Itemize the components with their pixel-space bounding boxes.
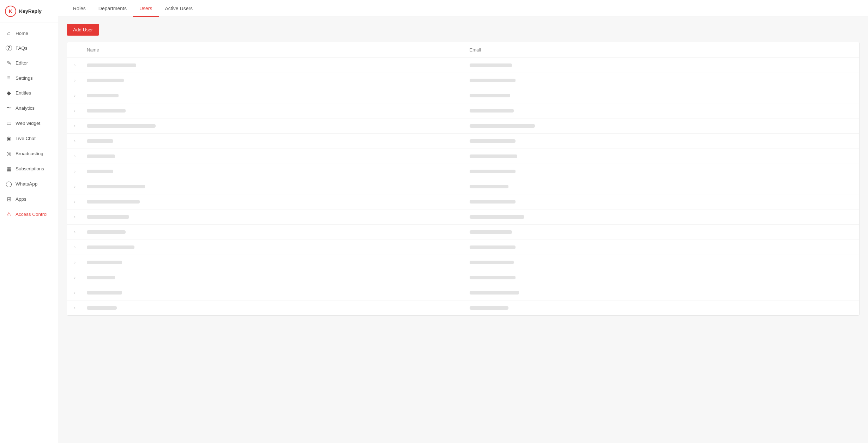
row-name [87, 229, 470, 235]
sidebar-item-home[interactable]: ⌂ Home [0, 26, 58, 41]
table-header: Name Email [67, 42, 859, 58]
table-row[interactable]: › [67, 164, 859, 179]
settings-icon: ≡ [6, 75, 12, 81]
row-name [87, 93, 470, 98]
table-row[interactable]: › [67, 270, 859, 285]
table-row[interactable]: › [67, 179, 859, 194]
sidebar-item-live-chat[interactable]: ◉ Live Chat [0, 131, 58, 146]
table-row[interactable]: › [67, 103, 859, 119]
row-email [470, 153, 852, 159]
row-name [87, 138, 470, 144]
tab-departments[interactable]: Departments [92, 0, 133, 17]
table-row[interactable]: › [67, 240, 859, 255]
row-name [87, 62, 470, 68]
row-email [470, 199, 852, 205]
users-table: Name Email › › › › [67, 42, 860, 316]
table-row[interactable]: › [67, 58, 859, 73]
table-row[interactable]: › [67, 255, 859, 270]
row-email [470, 260, 852, 265]
sidebar-label-subscriptions: Subscriptions [16, 166, 44, 171]
row-name [87, 275, 470, 280]
row-expand-icon: › [74, 154, 87, 159]
logo-icon: K [5, 6, 16, 17]
tab-roles[interactable]: Roles [67, 0, 92, 17]
tab-users[interactable]: Users [133, 0, 159, 17]
brand-name: KeyReply [19, 8, 42, 14]
table-row[interactable]: › [67, 194, 859, 210]
row-email [470, 305, 852, 311]
sidebar-nav: ⌂ Home ? FAQs ✎ Editor ≡ Settings ◆ Enti… [0, 23, 58, 443]
sidebar-label-live-chat: Live Chat [16, 136, 36, 141]
sidebar-item-whatsapp[interactable]: ◯ WhatsApp [0, 176, 58, 192]
row-email [470, 93, 852, 98]
row-email [470, 123, 852, 129]
tab-active-users[interactable]: Active Users [159, 0, 199, 17]
sidebar-item-apps[interactable]: ⊞ Apps [0, 192, 58, 207]
sidebar-item-broadcasting[interactable]: ◎ Broadcasting [0, 146, 58, 161]
row-email [470, 169, 852, 174]
sidebar-item-editor[interactable]: ✎ Editor [0, 55, 58, 71]
table-row[interactable]: › [67, 301, 859, 315]
add-user-button[interactable]: Add User [67, 24, 99, 36]
table-row[interactable]: › [67, 134, 859, 149]
row-expand-icon: › [74, 214, 87, 219]
sidebar-label-apps: Apps [16, 196, 26, 202]
table-row[interactable]: › [67, 225, 859, 240]
column-email: Email [470, 47, 852, 53]
table-row[interactable]: › [67, 149, 859, 164]
sidebar-item-subscriptions[interactable]: ▦ Subscriptions [0, 161, 58, 176]
entities-icon: ◆ [6, 90, 12, 96]
row-name [87, 169, 470, 174]
whatsapp-icon: ◯ [6, 181, 12, 187]
tabs-bar: Roles Departments Users Active Users [58, 0, 868, 17]
faqs-icon: ? [6, 45, 12, 51]
live-chat-icon: ◉ [6, 135, 12, 142]
row-name [87, 244, 470, 250]
web-widget-icon: ▭ [6, 120, 12, 127]
sidebar-item-faqs[interactable]: ? FAQs [0, 41, 58, 55]
sidebar-label-access-control: Access Control [16, 212, 48, 217]
row-name [87, 78, 470, 83]
row-name [87, 199, 470, 205]
sidebar-label-entities: Entities [16, 90, 31, 96]
analytics-icon: 〜 [6, 105, 12, 111]
row-expand-icon: › [74, 275, 87, 280]
sidebar-logo: K KeyReply [0, 0, 58, 23]
sidebar-label-home: Home [16, 31, 28, 36]
sidebar-label-web-widget: Web widget [16, 121, 40, 126]
sidebar-item-web-widget[interactable]: ▭ Web widget [0, 116, 58, 131]
row-email [470, 184, 852, 189]
access-control-icon: ⚠ [6, 211, 12, 218]
row-expand-icon: › [74, 184, 87, 189]
sidebar: K KeyReply ⌂ Home ? FAQs ✎ Editor ≡ Sett… [0, 0, 58, 443]
sidebar-item-analytics[interactable]: 〜 Analytics [0, 101, 58, 116]
row-email [470, 78, 852, 83]
row-expand-icon: › [74, 169, 87, 174]
sidebar-label-faqs: FAQs [16, 45, 28, 51]
table-row[interactable]: › [67, 210, 859, 225]
row-email [470, 290, 852, 296]
sidebar-label-broadcasting: Broadcasting [16, 151, 43, 156]
row-expand-icon: › [74, 199, 87, 204]
sidebar-item-entities[interactable]: ◆ Entities [0, 85, 58, 101]
sidebar-item-access-control[interactable]: ⚠ Access Control [0, 207, 58, 222]
row-expand-icon: › [74, 260, 87, 265]
sidebar-label-settings: Settings [16, 75, 33, 81]
home-icon: ⌂ [6, 30, 12, 36]
row-email [470, 229, 852, 235]
row-expand-icon: › [74, 123, 87, 128]
table-row[interactable]: › [67, 285, 859, 301]
table-row[interactable]: › [67, 88, 859, 103]
row-name [87, 214, 470, 220]
table-row[interactable]: › [67, 119, 859, 134]
row-name [87, 290, 470, 296]
sidebar-label-analytics: Analytics [16, 105, 35, 111]
row-name [87, 260, 470, 265]
row-name [87, 305, 470, 311]
row-name [87, 184, 470, 189]
column-name: Name [87, 47, 470, 53]
row-email [470, 138, 852, 144]
sidebar-item-settings[interactable]: ≡ Settings [0, 71, 58, 85]
table-row[interactable]: › [67, 73, 859, 88]
row-expand-icon: › [74, 93, 87, 98]
